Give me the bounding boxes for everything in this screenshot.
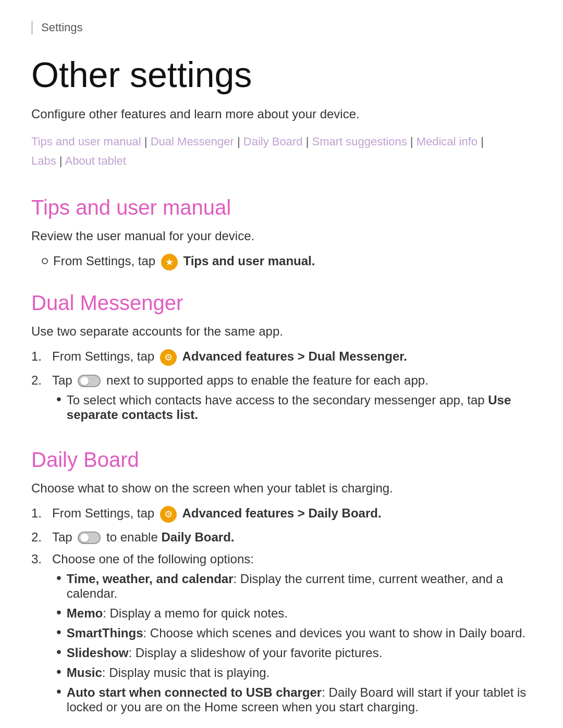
dual-messenger-steps: 1. From Settings, tap ⚙ Advanced feature… bbox=[31, 349, 532, 427]
nav-link-daily-board[interactable]: Daily Board bbox=[243, 135, 303, 148]
bullet-dot-icon: • bbox=[56, 684, 62, 699]
list-item: 2. Tap to enable Daily Board. bbox=[31, 530, 532, 545]
sub-bullet-item: • Auto start when connected to USB charg… bbox=[56, 685, 532, 714]
bullet-dot-icon: • bbox=[56, 664, 62, 679]
sub-bullet-item: • SmartThings: Choose which scenes and d… bbox=[56, 626, 532, 640]
step-number: 3. bbox=[31, 552, 47, 566]
nav-link-labs[interactable]: Labs bbox=[31, 154, 56, 167]
section-desc-dual-messenger: Use two separate accounts for the same a… bbox=[31, 324, 532, 339]
list-item: 1. From Settings, tap ⚙ Advanced feature… bbox=[31, 349, 532, 366]
sub-bold-text: SmartThings bbox=[67, 626, 143, 640]
tips-bullet-text: From Settings, tap ★ Tips and user manua… bbox=[53, 254, 315, 270]
step-text: Choose one of the following options: bbox=[52, 552, 254, 566]
list-item: 2. Tap next to supported apps to enable … bbox=[31, 373, 532, 427]
sub-bullet-item: • Memo: Display a memo for quick notes. bbox=[56, 606, 532, 621]
section-title-dual-messenger: Dual Messenger bbox=[31, 291, 532, 315]
settings-app-icon: ⚙ bbox=[160, 349, 177, 366]
step-bold-text: Advanced features > Dual Messenger. bbox=[182, 349, 407, 363]
sub-bold-text: Slideshow bbox=[67, 646, 129, 660]
page-description: Configure other features and learn more … bbox=[31, 107, 532, 121]
sub-bullet-text: Slideshow: Display a slideshow of your f… bbox=[67, 646, 383, 660]
step-text: Tap next to supported apps to enable the… bbox=[52, 373, 429, 388]
bullet-dot-icon: • bbox=[56, 625, 62, 639]
nav-link-smart-suggestions[interactable]: Smart suggestions bbox=[312, 135, 407, 148]
sub-bullet-item: • Time, weather, and calendar: Display t… bbox=[56, 572, 532, 601]
sub-bold-text: Time, weather, and calendar bbox=[67, 572, 234, 586]
tips-bold-text: Tips and user manual. bbox=[183, 254, 315, 268]
daily-board-steps: 1. From Settings, tap ⚙ Advanced feature… bbox=[31, 506, 532, 720]
sub-bold-text: Use separate contacts list. bbox=[67, 393, 511, 422]
sub-bullet-text: Auto start when connected to USB charger… bbox=[67, 685, 532, 714]
nav-link-about-tablet[interactable]: About tablet bbox=[65, 154, 126, 167]
bullet-dot-icon: • bbox=[56, 392, 62, 406]
step-text: From Settings, tap ⚙ Advanced features >… bbox=[52, 506, 382, 523]
page-title: Other settings bbox=[31, 55, 532, 94]
step-bold-text: Advanced features > Daily Board. bbox=[182, 506, 381, 520]
section-title-tips: Tips and user manual bbox=[31, 196, 532, 219]
step-text: From Settings, tap ⚙ Advanced features >… bbox=[52, 349, 407, 366]
section-desc-tips: Review the user manual for your device. bbox=[31, 229, 532, 243]
tips-bullet-list: From Settings, tap ★ Tips and user manua… bbox=[31, 254, 532, 270]
step-number: 1. bbox=[31, 506, 47, 521]
nav-link-dual-messenger[interactable]: Dual Messenger bbox=[151, 135, 234, 148]
sub-bullet-text: Time, weather, and calendar: Display the… bbox=[67, 572, 532, 601]
toggle-icon-2 bbox=[78, 532, 101, 544]
section-daily-board: Daily Board Choose what to show on the s… bbox=[31, 448, 532, 720]
list-item: 1. From Settings, tap ⚙ Advanced feature… bbox=[31, 506, 532, 523]
section-tips: Tips and user manual Review the user man… bbox=[31, 196, 532, 270]
sub-bullet-item: • To select which contacts have access t… bbox=[56, 393, 532, 422]
list-item: From Settings, tap ★ Tips and user manua… bbox=[31, 254, 532, 270]
nav-link-tips[interactable]: Tips and user manual bbox=[31, 135, 141, 148]
bullet-dot-icon: • bbox=[56, 571, 62, 585]
list-item: 3. Choose one of the following options: … bbox=[31, 552, 532, 720]
tips-app-icon: ★ bbox=[161, 254, 178, 270]
sub-bullet-text: SmartThings: Choose which scenes and dev… bbox=[67, 626, 525, 640]
settings-app-icon-2: ⚙ bbox=[160, 506, 177, 523]
breadcrumb: Settings bbox=[31, 21, 532, 34]
step-number: 2. bbox=[31, 530, 47, 545]
sub-bullet-text: To select which contacts have access to … bbox=[67, 393, 532, 422]
bullet-dot-icon: • bbox=[56, 605, 62, 620]
bullet-dot-icon: • bbox=[56, 645, 62, 659]
sub-bullet-item: • Music: Display music that is playing. bbox=[56, 665, 532, 680]
section-desc-daily-board: Choose what to show on the screen when y… bbox=[31, 481, 532, 496]
nav-links: Tips and user manual | Dual Messenger | … bbox=[31, 132, 532, 171]
step-bold-text: Daily Board. bbox=[161, 530, 234, 544]
sub-bullet-item: • Slideshow: Display a slideshow of your… bbox=[56, 646, 532, 660]
step-number: 1. bbox=[31, 349, 47, 364]
nav-link-medical-info[interactable]: Medical info bbox=[417, 135, 478, 148]
sub-bold-text: Auto start when connected to USB charger bbox=[67, 685, 322, 699]
sub-bullet-text: Memo: Display a memo for quick notes. bbox=[67, 606, 288, 621]
sub-bold-text: Music bbox=[67, 665, 102, 680]
toggle-icon bbox=[78, 375, 101, 387]
circle-bullet-icon bbox=[42, 258, 48, 264]
step-text: Tap to enable Daily Board. bbox=[52, 530, 235, 545]
section-title-daily-board: Daily Board bbox=[31, 448, 532, 472]
section-dual-messenger: Dual Messenger Use two separate accounts… bbox=[31, 291, 532, 427]
sub-bold-text: Memo bbox=[67, 606, 103, 620]
step-number: 2. bbox=[31, 373, 47, 388]
sub-bullet-text: Music: Display music that is playing. bbox=[67, 665, 270, 680]
